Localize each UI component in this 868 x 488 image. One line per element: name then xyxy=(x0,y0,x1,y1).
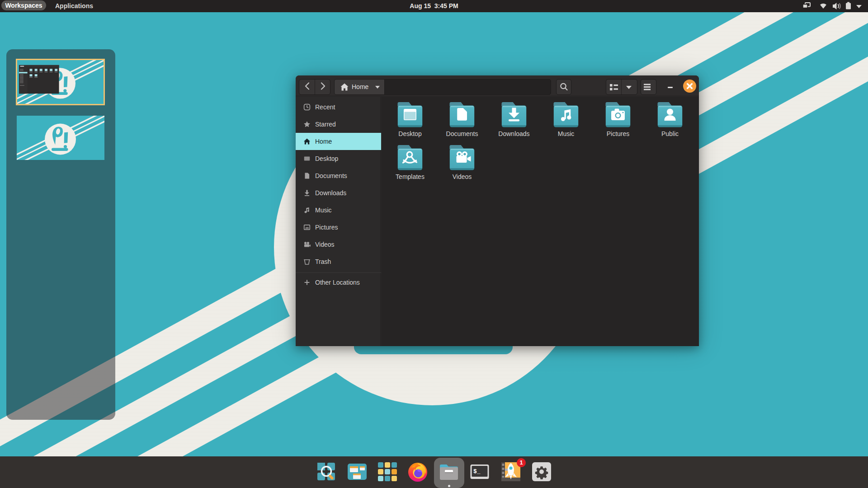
svg-text:$_: $_ xyxy=(473,468,481,475)
